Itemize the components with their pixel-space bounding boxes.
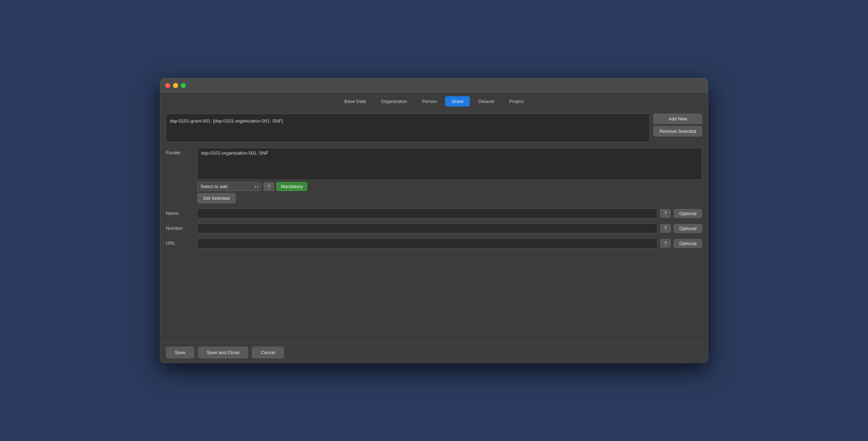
add-new-button[interactable]: Add New [653, 114, 702, 124]
name-input[interactable] [197, 208, 657, 218]
tab-grant[interactable]: Grant [445, 96, 470, 107]
url-help-button[interactable]: ? [660, 239, 671, 248]
tab-base-data[interactable]: Base Data [338, 96, 373, 107]
maximize-button[interactable] [181, 83, 186, 88]
del-selected-wrapper: Del Selected [197, 193, 702, 203]
cancel-button[interactable]: Cancel [252, 347, 284, 358]
select-to-add-dropdown[interactable]: Select to add [197, 182, 261, 191]
funder-add-controls: Select to add ? Mandatory [197, 182, 702, 191]
number-field-row: ? Optional [197, 223, 702, 233]
funder-help-button[interactable]: ? [263, 182, 274, 191]
remove-selected-button[interactable]: Remove Selected [653, 126, 702, 136]
name-label: Name: [166, 208, 194, 216]
url-input[interactable] [197, 238, 657, 248]
funder-controls: dsp-0101-organization-001: SNF Select to… [197, 148, 702, 203]
tab-organization[interactable]: Organization [374, 96, 414, 107]
main-window: Base Data Organization Person Grant Data… [160, 78, 708, 363]
title-bar [160, 78, 708, 93]
funder-list[interactable]: dsp-0101-organization-001: SNF [197, 148, 702, 180]
tabs-bar: Base Data Organization Person Grant Data… [160, 93, 708, 109]
funder-row: Funder: dsp-0101-organization-001: SNF S… [166, 148, 702, 203]
url-row: URL: ? Optional [166, 238, 702, 248]
name-field-row: ? Optional [197, 208, 702, 218]
tab-person[interactable]: Person [415, 96, 444, 107]
bottom-bar: Save Save and Close Cancel [160, 342, 708, 363]
funder-value: dsp-0101-organization-001: SNF [201, 150, 268, 156]
tab-project[interactable]: Project [502, 96, 530, 107]
traffic-lights [165, 83, 186, 88]
record-area: dsp-0101-grant-001: [dsp-0101-organizati… [166, 114, 702, 142]
save-button[interactable]: Save [166, 347, 194, 358]
del-selected-button[interactable]: Del Selected [197, 193, 236, 203]
form-section: Funder: dsp-0101-organization-001: SNF S… [166, 148, 702, 338]
number-label: Number: [166, 223, 194, 231]
name-row: Name: ? Optional [166, 208, 702, 218]
minimize-button[interactable] [173, 83, 178, 88]
record-item[interactable]: dsp-0101-grant-001: [dsp-0101-organizati… [170, 117, 646, 125]
record-buttons: Add New Remove Selected [653, 114, 702, 142]
save-and-close-button[interactable]: Save and Close [198, 347, 249, 358]
name-help-button[interactable]: ? [660, 209, 671, 218]
number-row: Number: ? Optional [166, 223, 702, 233]
name-optional-badge[interactable]: Optional [674, 209, 702, 218]
url-label: URL: [166, 238, 194, 246]
close-button[interactable] [165, 83, 170, 88]
number-optional-badge[interactable]: Optional [674, 224, 702, 233]
number-input[interactable] [197, 223, 657, 233]
url-optional-badge[interactable]: Optional [674, 239, 702, 248]
record-list[interactable]: dsp-0101-grant-001: [dsp-0101-organizati… [166, 114, 650, 142]
url-field-row: ? Optional [197, 238, 702, 248]
mandatory-button[interactable]: Mandatory [276, 182, 307, 191]
funder-label: Funder: [166, 148, 194, 155]
tab-dataset[interactable]: Dataset [471, 96, 501, 107]
number-help-button[interactable]: ? [660, 224, 671, 233]
select-wrapper: Select to add [197, 182, 261, 191]
main-content: dsp-0101-grant-001: [dsp-0101-organizati… [160, 109, 708, 342]
